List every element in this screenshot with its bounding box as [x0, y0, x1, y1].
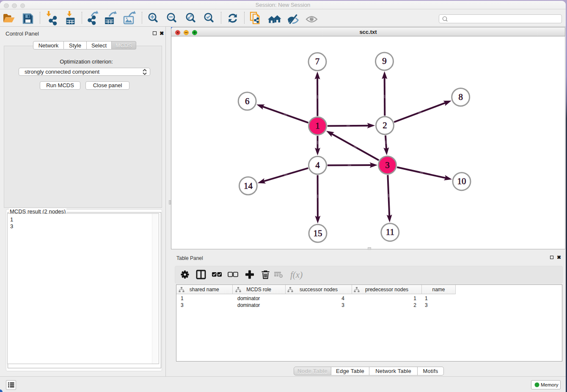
- svg-text:2: 2: [383, 120, 387, 130]
- svg-text:10: 10: [457, 176, 466, 186]
- svg-text:7: 7: [315, 56, 320, 66]
- svg-text:14: 14: [244, 181, 253, 191]
- svg-text:11: 11: [386, 227, 394, 237]
- svg-text:Memory: Memory: [541, 382, 559, 387]
- svg-text:4: 4: [315, 160, 320, 170]
- svg-text:f(x): f(x): [290, 270, 303, 280]
- svg-text:8: 8: [458, 92, 463, 102]
- svg-text:6: 6: [245, 96, 250, 106]
- svg-text:15: 15: [314, 228, 322, 238]
- svg-text:3: 3: [385, 160, 390, 170]
- svg-text:1: 1: [315, 121, 320, 131]
- svg-text:9: 9: [382, 56, 387, 66]
